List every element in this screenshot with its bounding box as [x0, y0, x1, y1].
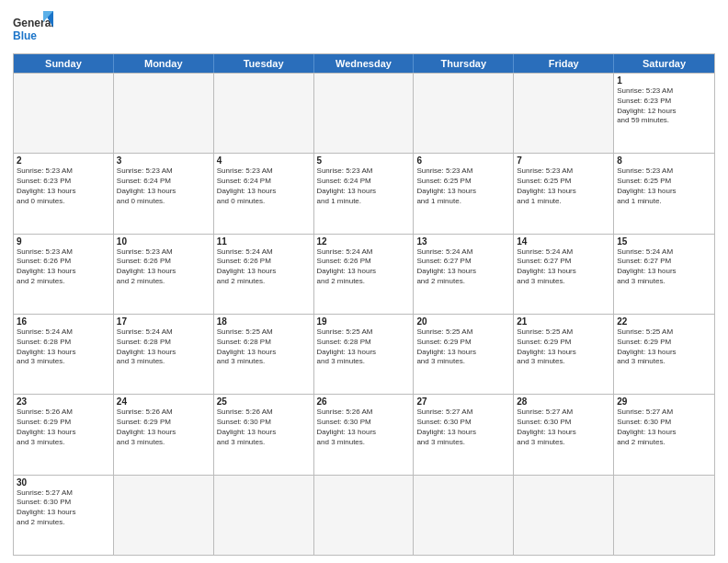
- logo: General Blue: [13, 11, 53, 48]
- svg-text:General: General: [13, 17, 53, 29]
- calendar-cell-r2-c1: 10Sunrise: 5:23 AM Sunset: 6:26 PM Dayli…: [114, 235, 214, 314]
- calendar-cell-r1-c6: 8Sunrise: 5:23 AM Sunset: 6:25 PM Daylig…: [614, 154, 714, 233]
- calendar-cell-r2-c5: 14Sunrise: 5:24 AM Sunset: 6:27 PM Dayli…: [514, 235, 614, 314]
- calendar-cell-r0-c5: [514, 74, 614, 153]
- calendar-cell-r4-c6: 29Sunrise: 5:27 AM Sunset: 6:30 PM Dayli…: [614, 395, 714, 474]
- weekday-header-tuesday: Tuesday: [214, 54, 314, 73]
- calendar-cell-r4-c3: 26Sunrise: 5:26 AM Sunset: 6:30 PM Dayli…: [314, 395, 415, 474]
- day-info: Sunrise: 5:24 AM Sunset: 6:27 PM Dayligh…: [617, 247, 711, 287]
- day-info: Sunrise: 5:23 AM Sunset: 6:24 PM Dayligh…: [317, 167, 411, 206]
- generalblue-logo-icon: General Blue: [13, 11, 53, 48]
- calendar-cell-r1-c3: 5Sunrise: 5:23 AM Sunset: 6:24 PM Daylig…: [314, 154, 415, 233]
- day-number: 9: [17, 236, 110, 247]
- calendar-cell-r3-c2: 18Sunrise: 5:25 AM Sunset: 6:28 PM Dayli…: [214, 315, 314, 394]
- day-number: 18: [217, 316, 311, 327]
- calendar-cell-r5-c3: [314, 476, 415, 555]
- calendar-cell-r2-c6: 15Sunrise: 5:24 AM Sunset: 6:27 PM Dayli…: [614, 235, 714, 314]
- day-info: Sunrise: 5:25 AM Sunset: 6:29 PM Dayligh…: [416, 327, 510, 367]
- day-info: Sunrise: 5:26 AM Sunset: 6:30 PM Dayligh…: [317, 408, 411, 447]
- day-info: Sunrise: 5:27 AM Sunset: 6:30 PM Dayligh…: [416, 408, 510, 447]
- calendar-cell-r0-c4: [414, 74, 514, 153]
- page: General Blue SundayMondayTuesdayWednesda…: [0, 0, 728, 563]
- day-number: 24: [117, 396, 210, 407]
- day-number: 26: [317, 396, 411, 407]
- day-info: Sunrise: 5:24 AM Sunset: 6:26 PM Dayligh…: [217, 247, 311, 287]
- calendar-row-3: 16Sunrise: 5:24 AM Sunset: 6:28 PM Dayli…: [14, 314, 714, 394]
- day-number: 4: [217, 155, 311, 166]
- day-info: Sunrise: 5:24 AM Sunset: 6:27 PM Dayligh…: [517, 247, 610, 287]
- day-info: Sunrise: 5:23 AM Sunset: 6:25 PM Dayligh…: [416, 167, 510, 206]
- calendar-cell-r1-c0: 2Sunrise: 5:23 AM Sunset: 6:23 PM Daylig…: [14, 154, 114, 233]
- calendar-cell-r1-c1: 3Sunrise: 5:23 AM Sunset: 6:24 PM Daylig…: [114, 154, 214, 233]
- day-info: Sunrise: 5:25 AM Sunset: 6:28 PM Dayligh…: [217, 327, 311, 367]
- calendar-cell-r4-c2: 25Sunrise: 5:26 AM Sunset: 6:30 PM Dayli…: [214, 395, 314, 474]
- weekday-header-thursday: Thursday: [414, 54, 514, 73]
- day-info: Sunrise: 5:23 AM Sunset: 6:26 PM Dayligh…: [117, 247, 210, 287]
- calendar-cell-r0-c0: [14, 74, 114, 153]
- day-number: 1: [617, 75, 711, 86]
- day-number: 8: [617, 155, 711, 166]
- calendar-body: 1Sunrise: 5:23 AM Sunset: 6:23 PM Daylig…: [14, 73, 714, 555]
- calendar-cell-r0-c3: [314, 74, 415, 153]
- day-number: 7: [517, 155, 610, 166]
- calendar-cell-r2-c0: 9Sunrise: 5:23 AM Sunset: 6:26 PM Daylig…: [14, 235, 114, 314]
- day-info: Sunrise: 5:24 AM Sunset: 6:28 PM Dayligh…: [117, 327, 210, 367]
- weekday-header-sunday: Sunday: [14, 54, 114, 73]
- day-info: Sunrise: 5:23 AM Sunset: 6:25 PM Dayligh…: [617, 167, 711, 206]
- day-number: 23: [17, 396, 110, 407]
- calendar-cell-r5-c6: [614, 476, 714, 555]
- day-info: Sunrise: 5:27 AM Sunset: 6:30 PM Dayligh…: [517, 408, 610, 447]
- day-info: Sunrise: 5:25 AM Sunset: 6:29 PM Dayligh…: [617, 327, 711, 367]
- day-info: Sunrise: 5:26 AM Sunset: 6:29 PM Dayligh…: [17, 408, 110, 447]
- day-number: 27: [416, 396, 510, 407]
- day-info: Sunrise: 5:23 AM Sunset: 6:25 PM Dayligh…: [517, 167, 610, 206]
- day-number: 14: [517, 236, 610, 247]
- day-info: Sunrise: 5:23 AM Sunset: 6:24 PM Dayligh…: [117, 167, 210, 206]
- weekday-header-friday: Friday: [514, 54, 614, 73]
- day-number: 17: [117, 316, 210, 327]
- calendar-cell-r2-c2: 11Sunrise: 5:24 AM Sunset: 6:26 PM Dayli…: [214, 235, 314, 314]
- calendar-cell-r1-c4: 6Sunrise: 5:23 AM Sunset: 6:25 PM Daylig…: [414, 154, 514, 233]
- day-info: Sunrise: 5:26 AM Sunset: 6:30 PM Dayligh…: [217, 408, 311, 447]
- day-info: Sunrise: 5:26 AM Sunset: 6:29 PM Dayligh…: [117, 408, 210, 447]
- day-info: Sunrise: 5:27 AM Sunset: 6:30 PM Dayligh…: [17, 488, 110, 528]
- day-number: 15: [617, 236, 711, 247]
- day-number: 16: [17, 316, 110, 327]
- day-number: 10: [117, 236, 210, 247]
- calendar-header-row: SundayMondayTuesdayWednesdayThursdayFrid…: [14, 54, 714, 73]
- calendar-cell-r5-c5: [514, 476, 614, 555]
- calendar-cell-r3-c3: 19Sunrise: 5:25 AM Sunset: 6:28 PM Dayli…: [314, 315, 415, 394]
- calendar-cell-r4-c4: 27Sunrise: 5:27 AM Sunset: 6:30 PM Dayli…: [414, 395, 514, 474]
- calendar: SundayMondayTuesdayWednesdayThursdayFrid…: [13, 53, 715, 556]
- day-number: 21: [517, 316, 610, 327]
- calendar-cell-r2-c4: 13Sunrise: 5:24 AM Sunset: 6:27 PM Dayli…: [414, 235, 514, 314]
- calendar-cell-r3-c0: 16Sunrise: 5:24 AM Sunset: 6:28 PM Dayli…: [14, 315, 114, 394]
- day-info: Sunrise: 5:23 AM Sunset: 6:23 PM Dayligh…: [17, 167, 110, 206]
- calendar-cell-r0-c2: [214, 74, 314, 153]
- calendar-cell-r1-c5: 7Sunrise: 5:23 AM Sunset: 6:25 PM Daylig…: [514, 154, 614, 233]
- day-info: Sunrise: 5:27 AM Sunset: 6:30 PM Dayligh…: [617, 408, 711, 447]
- day-info: Sunrise: 5:24 AM Sunset: 6:28 PM Dayligh…: [17, 327, 110, 367]
- day-number: 22: [617, 316, 711, 327]
- calendar-cell-r4-c5: 28Sunrise: 5:27 AM Sunset: 6:30 PM Dayli…: [514, 395, 614, 474]
- day-number: 19: [317, 316, 411, 327]
- day-number: 6: [416, 155, 510, 166]
- calendar-cell-r5-c4: [414, 476, 514, 555]
- day-number: 13: [416, 236, 510, 247]
- day-number: 29: [617, 396, 711, 407]
- day-info: Sunrise: 5:25 AM Sunset: 6:29 PM Dayligh…: [517, 327, 610, 367]
- day-number: 12: [317, 236, 411, 247]
- calendar-cell-r5-c1: [114, 476, 214, 555]
- calendar-row-0: 1Sunrise: 5:23 AM Sunset: 6:23 PM Daylig…: [14, 73, 714, 153]
- day-number: 20: [416, 316, 510, 327]
- weekday-header-saturday: Saturday: [614, 54, 714, 73]
- day-number: 2: [17, 155, 110, 166]
- calendar-cell-r1-c2: 4Sunrise: 5:23 AM Sunset: 6:24 PM Daylig…: [214, 154, 314, 233]
- header: General Blue: [13, 11, 715, 48]
- calendar-cell-r3-c4: 20Sunrise: 5:25 AM Sunset: 6:29 PM Dayli…: [414, 315, 514, 394]
- day-number: 11: [217, 236, 311, 247]
- calendar-cell-r3-c5: 21Sunrise: 5:25 AM Sunset: 6:29 PM Dayli…: [514, 315, 614, 394]
- weekday-header-wednesday: Wednesday: [314, 54, 415, 73]
- day-info: Sunrise: 5:24 AM Sunset: 6:27 PM Dayligh…: [416, 247, 510, 287]
- day-number: 30: [17, 477, 110, 488]
